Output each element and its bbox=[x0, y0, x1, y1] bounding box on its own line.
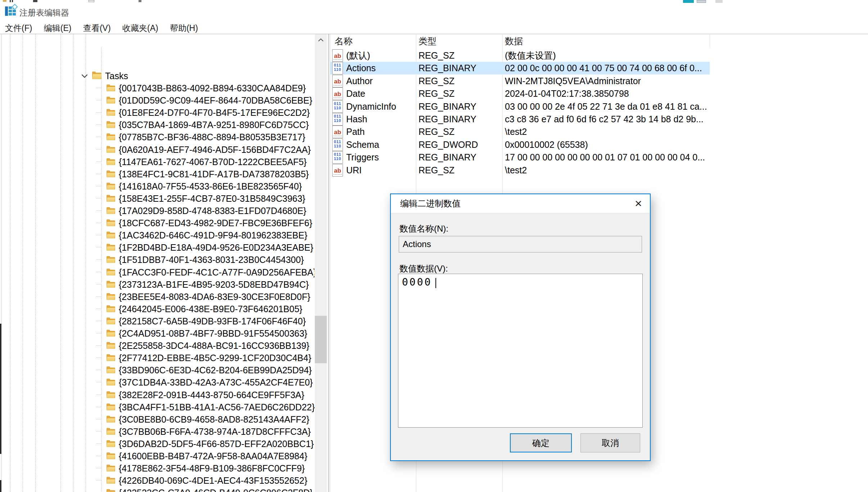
registry-value-row[interactable]: 011110SchemaREG_DWORD0x00010002 (65538) bbox=[330, 138, 710, 151]
folder-icon bbox=[107, 269, 115, 276]
background-fragment bbox=[697, 0, 706, 3]
tree-connector bbox=[96, 174, 101, 174]
registry-value-row[interactable]: DateREG_SZ2024-01-04T02:17:38.3850798 bbox=[330, 87, 710, 100]
pane-splitter[interactable] bbox=[328, 34, 329, 492]
regedit-app-icon bbox=[5, 6, 16, 17]
tree-connector bbox=[96, 443, 101, 444]
registry-value-row[interactable]: (默认)REG_SZ(数值未设置) bbox=[330, 49, 710, 62]
tree-key-label: {24642045-E006-438E-B9E0-73F646201B05} bbox=[119, 303, 302, 315]
tree-vertical-scrollbar[interactable] bbox=[315, 34, 327, 492]
dialog-titlebar[interactable]: 编辑二进制数值 × bbox=[391, 194, 650, 213]
tree-indent-guide bbox=[23, 34, 23, 492]
binary-value-icon: 011110 bbox=[332, 151, 343, 164]
string-value-icon bbox=[332, 126, 343, 138]
value-data: \test2 bbox=[505, 126, 527, 138]
folder-icon bbox=[107, 366, 115, 374]
folder-icon bbox=[107, 195, 115, 202]
tree-connector bbox=[96, 272, 101, 272]
cancel-button[interactable]: 取消 bbox=[580, 433, 640, 452]
tree-key-label: {1FACC3F0-FEDF-4C1C-A77F-0A9D256AFEBA} bbox=[119, 266, 315, 278]
tree-indent-guide bbox=[73, 34, 73, 492]
tree-key-label: {1F2BD4BD-E18A-49D4-9526-E0D234A3EABE} bbox=[119, 241, 313, 254]
tree-key-label: {158E43E1-255F-4CB7-87E0-31B5849C3963} bbox=[119, 192, 305, 205]
tree-key-label: {07785B7C-BF36-488C-8894-B80535B3E717} bbox=[119, 131, 305, 143]
menu-help[interactable]: 帮助(H) bbox=[165, 22, 203, 34]
value-data-editor[interactable]: 0000 bbox=[398, 274, 643, 428]
tree-key-label: {01D0D59C-9C09-44EF-8644-70DBA58C6EBE} bbox=[119, 94, 312, 106]
tree-connector bbox=[96, 149, 101, 150]
tree-key-label: {2C4AD951-08B7-4BF7-9BBD-91F554500363} bbox=[119, 327, 307, 340]
tree-connector bbox=[96, 284, 101, 284]
window-titlebar[interactable]: 注册表编辑器 bbox=[0, 3, 868, 22]
list-header: 名称 类型 数据 bbox=[330, 35, 868, 48]
folder-icon bbox=[107, 281, 115, 288]
folder-icon bbox=[107, 158, 115, 165]
registry-value-row[interactable]: URIREG_SZ\test2 bbox=[330, 164, 710, 177]
tree-connector bbox=[96, 235, 101, 235]
close-icon[interactable]: × bbox=[627, 194, 650, 213]
folder-icon bbox=[107, 293, 115, 300]
background-fragment bbox=[3, 0, 6, 2]
menu-favorites[interactable]: 收藏夹(A) bbox=[117, 22, 163, 34]
menu-view[interactable]: 查看(V) bbox=[78, 22, 116, 34]
value-name-label: 数值名称(N): bbox=[399, 223, 448, 234]
scrollbar-thumb[interactable] bbox=[315, 316, 327, 363]
folder-icon bbox=[92, 72, 101, 79]
value-name-field[interactable]: Actions bbox=[399, 236, 642, 252]
ok-button[interactable]: 确定 bbox=[510, 433, 572, 452]
folder-icon bbox=[107, 97, 115, 104]
column-header-data[interactable]: 数据 bbox=[505, 35, 523, 48]
tree-connector bbox=[96, 210, 101, 211]
tree-connector bbox=[96, 124, 101, 125]
dialog-title: 编辑二进制数值 bbox=[400, 194, 461, 213]
registry-value-row[interactable]: PathREG_SZ\test2 bbox=[330, 126, 710, 138]
value-name: (默认) bbox=[346, 49, 370, 62]
registry-editor-screen: 注册表编辑器 文件(F) 编辑(E) 查看(V) 收藏夹(A) 帮助(H) Ta… bbox=[0, 0, 868, 492]
menu-edit[interactable]: 编辑(E) bbox=[39, 22, 77, 34]
column-header-type[interactable]: 类型 bbox=[419, 35, 437, 48]
value-type: REG_BINARY bbox=[419, 100, 476, 113]
tree-connector bbox=[96, 431, 101, 432]
folder-icon bbox=[107, 133, 115, 141]
column-separator[interactable] bbox=[710, 35, 710, 48]
tree-key-label: {18CFC687-ED43-4982-9DE7-FBC9E36BFEF6} bbox=[119, 217, 312, 229]
tree-key-label: {01E8FE24-D7F0-4F70-B4F5-17EFE96EC2D2} bbox=[119, 106, 310, 119]
background-fragment bbox=[12, 0, 13, 2]
tree-key-label: {0017043B-B863-4092-B894-6330CAA84DE9} bbox=[119, 82, 306, 94]
tree-connector bbox=[96, 382, 101, 382]
folder-icon bbox=[107, 219, 115, 227]
value-data: \test2 bbox=[505, 164, 527, 177]
tree-connector bbox=[96, 456, 101, 456]
folder-icon bbox=[107, 121, 115, 128]
registry-value-row[interactable]: AuthorREG_SZWIN-2MTJ8IQ5VEA\Administrato… bbox=[330, 75, 710, 87]
registry-value-row[interactable]: 011110ActionsREG_BINARY02 00 0c 00 00 00… bbox=[330, 62, 710, 74]
tree-key-label: {282158C7-6A5B-49DB-93FB-174F06F46F40} bbox=[119, 315, 306, 327]
scrollbar-up-arrow-icon[interactable] bbox=[315, 34, 327, 46]
chevron-down-icon[interactable] bbox=[81, 73, 88, 79]
registry-tree-pane: Tasks {0017043B-B863-4092-B894-6330CAA84… bbox=[0, 34, 315, 492]
column-header-name[interactable]: 名称 bbox=[335, 35, 353, 48]
tree-node-tasks[interactable]: Tasks bbox=[80, 70, 89, 82]
tree-key-label: {3D6DAB2D-5DF5-4F66-857D-EFF2A020BBC1} bbox=[119, 438, 314, 450]
folder-icon bbox=[107, 256, 115, 263]
value-name: Hash bbox=[346, 113, 367, 126]
value-type: REG_SZ bbox=[419, 164, 455, 177]
hex-offset: 0000 bbox=[402, 276, 432, 288]
tree-key-label: {0A620A19-AEF7-4946-AD5F-156BD4F7C2AA} bbox=[119, 144, 311, 156]
string-value-icon bbox=[332, 87, 343, 100]
tree-key-label: {4226DB40-069C-4DE1-AEC4-43F153552652} bbox=[119, 474, 307, 487]
tree-node-label: Tasks bbox=[105, 70, 128, 82]
background-fragment bbox=[33, 0, 37, 2]
tree-connector bbox=[96, 395, 101, 395]
registry-value-row[interactable]: 011110TriggersREG_BINARY17 00 00 00 00 0… bbox=[330, 151, 710, 164]
background-fragment bbox=[89, 0, 94, 2]
menu-file[interactable]: 文件(F) bbox=[0, 22, 37, 34]
folder-icon bbox=[107, 452, 115, 460]
value-data: c3 c8 36 e7 ad f0 6d f6 c2 57 42 3b 14 b… bbox=[505, 113, 704, 126]
registry-value-row[interactable]: 011110DynamicInfoREG_BINARY03 00 00 00 2… bbox=[330, 100, 710, 113]
tree-key-label: {3C7BB06B-F6FA-4738-974A-187D8CFFFC3A} bbox=[119, 425, 311, 438]
value-data-label: 数值数据(V): bbox=[399, 263, 448, 274]
value-type: REG_SZ bbox=[419, 87, 455, 100]
background-fragment bbox=[715, 0, 723, 3]
registry-value-row[interactable]: 011110HashREG_BINARYc3 c8 36 e7 ad f0 6d… bbox=[330, 113, 710, 126]
